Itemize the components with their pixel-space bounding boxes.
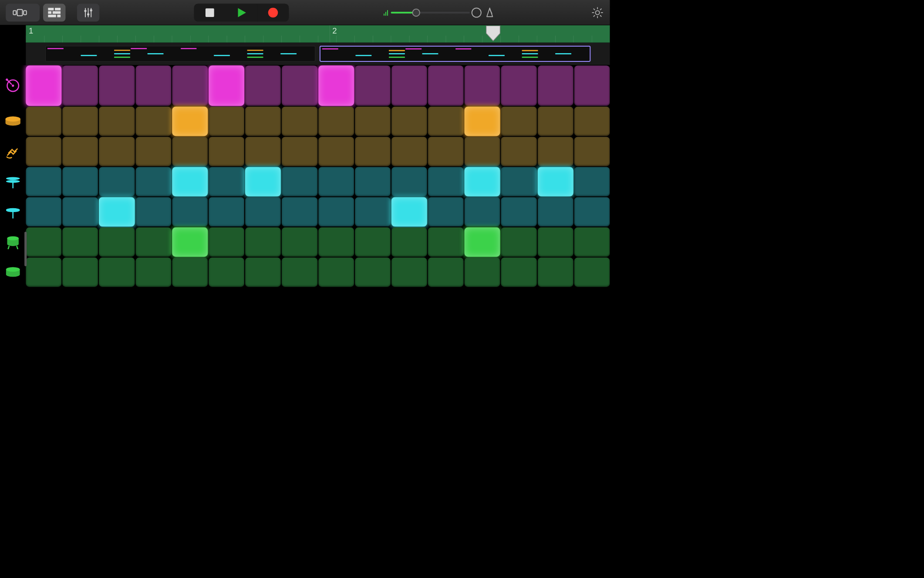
- step-cell[interactable]: [282, 107, 317, 136]
- step-cell[interactable]: [62, 227, 98, 257]
- step-cell[interactable]: [245, 167, 281, 196]
- step-cell[interactable]: [501, 137, 537, 166]
- step-cell[interactable]: [282, 227, 317, 257]
- step-cell[interactable]: [355, 137, 391, 166]
- step-cell[interactable]: [282, 65, 317, 105]
- step-cell[interactable]: [538, 107, 573, 136]
- step-cell[interactable]: [62, 65, 98, 105]
- step-cell[interactable]: [172, 257, 208, 287]
- step-cell[interactable]: [574, 107, 610, 136]
- timeline-ruler[interactable]: 12: [26, 25, 610, 43]
- step-cell[interactable]: [391, 197, 427, 226]
- step-cell[interactable]: [465, 167, 500, 196]
- step-cell[interactable]: [245, 227, 281, 257]
- step-cell[interactable]: [538, 137, 573, 166]
- step-cell[interactable]: [172, 137, 208, 166]
- step-cell[interactable]: [538, 167, 573, 196]
- step-cell[interactable]: [99, 167, 135, 196]
- step-cell[interactable]: [501, 107, 537, 136]
- step-cell[interactable]: [391, 167, 427, 196]
- step-cell[interactable]: [574, 257, 610, 287]
- stop-button[interactable]: [194, 3, 226, 21]
- scroll-indicator[interactable]: [24, 232, 27, 266]
- step-cell[interactable]: [391, 65, 427, 105]
- step-cell[interactable]: [465, 137, 500, 166]
- step-cell[interactable]: [282, 197, 317, 226]
- step-cell[interactable]: [428, 227, 464, 257]
- step-cell[interactable]: [574, 227, 610, 257]
- step-cell[interactable]: [465, 65, 500, 105]
- step-cell[interactable]: [318, 257, 354, 287]
- step-cell[interactable]: [465, 257, 500, 287]
- step-cell[interactable]: [574, 137, 610, 166]
- step-cell[interactable]: [318, 197, 354, 226]
- step-cell[interactable]: [538, 65, 573, 105]
- step-cell[interactable]: [501, 167, 537, 196]
- step-cell[interactable]: [209, 257, 244, 287]
- step-cell[interactable]: [209, 107, 244, 136]
- step-cell[interactable]: [391, 137, 427, 166]
- step-cell[interactable]: [574, 65, 610, 105]
- step-cell[interactable]: [355, 197, 391, 226]
- step-cell[interactable]: [99, 257, 135, 287]
- step-cell[interactable]: [282, 257, 317, 287]
- step-cell[interactable]: [282, 137, 317, 166]
- instrument-tom-hi[interactable]: [0, 227, 26, 257]
- step-cell[interactable]: [26, 257, 61, 287]
- step-cell[interactable]: [465, 227, 500, 257]
- instrument-tom-lo[interactable]: [0, 257, 26, 287]
- step-cell[interactable]: [172, 227, 208, 257]
- step-cell[interactable]: [574, 167, 610, 196]
- step-cell[interactable]: [62, 107, 98, 136]
- step-cell[interactable]: [501, 257, 537, 287]
- step-cell[interactable]: [574, 197, 610, 226]
- volume-track[interactable]: [391, 12, 470, 14]
- step-cell[interactable]: [428, 137, 464, 166]
- step-cell[interactable]: [391, 107, 427, 136]
- record-button[interactable]: [257, 3, 289, 21]
- step-cell[interactable]: [135, 107, 171, 136]
- step-cell[interactable]: [26, 197, 61, 226]
- pattern-overview[interactable]: [26, 43, 610, 65]
- step-cell[interactable]: [538, 197, 573, 226]
- step-cell[interactable]: [209, 65, 244, 105]
- step-cell[interactable]: [135, 65, 171, 105]
- step-cell[interactable]: [465, 197, 500, 226]
- step-cell[interactable]: [135, 227, 171, 257]
- step-cell[interactable]: [318, 167, 354, 196]
- master-volume-slider[interactable]: [384, 3, 470, 21]
- step-cell[interactable]: [99, 137, 135, 166]
- step-cell[interactable]: [26, 227, 61, 257]
- step-cell[interactable]: [172, 167, 208, 196]
- step-cell[interactable]: [26, 137, 61, 166]
- overview-clip[interactable]: [320, 46, 590, 62]
- step-cell[interactable]: [26, 107, 61, 136]
- step-cell[interactable]: [172, 65, 208, 105]
- step-cell[interactable]: [62, 167, 98, 196]
- step-cell[interactable]: [99, 107, 135, 136]
- step-cell[interactable]: [245, 257, 281, 287]
- instrument-kick[interactable]: [0, 65, 26, 106]
- instrument-hihat-closed[interactable]: [0, 196, 26, 226]
- step-cell[interactable]: [501, 227, 537, 257]
- step-cell[interactable]: [465, 107, 500, 136]
- step-cell[interactable]: [62, 137, 98, 166]
- step-cell[interactable]: [391, 227, 427, 257]
- track-controls-button[interactable]: [77, 3, 99, 21]
- instrument-hihat-open[interactable]: [0, 166, 26, 196]
- step-cell[interactable]: [135, 197, 171, 226]
- step-cell[interactable]: [318, 137, 354, 166]
- step-cell[interactable]: [209, 137, 244, 166]
- playhead-marker[interactable]: [484, 25, 502, 43]
- step-cell[interactable]: [62, 197, 98, 226]
- step-cell[interactable]: [209, 167, 244, 196]
- step-cell[interactable]: [355, 257, 391, 287]
- step-cell[interactable]: [355, 227, 391, 257]
- step-cell[interactable]: [538, 257, 573, 287]
- overview-clip[interactable]: [45, 46, 315, 62]
- step-cell[interactable]: [318, 227, 354, 257]
- step-cell[interactable]: [209, 197, 244, 226]
- step-cell[interactable]: [245, 107, 281, 136]
- view-switcher-button[interactable]: [6, 3, 40, 21]
- step-cell[interactable]: [62, 257, 98, 287]
